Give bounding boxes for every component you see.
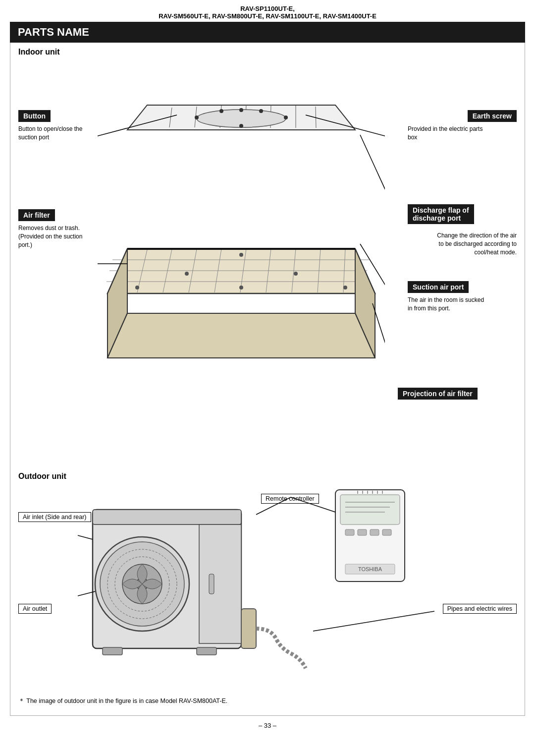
svg-point-10: [219, 109, 223, 113]
svg-point-35: [343, 286, 347, 290]
dischflap-box: Discharge flap of discharge port: [408, 204, 474, 224]
airfilter-box: Air filter: [18, 209, 55, 221]
svg-point-13: [284, 116, 288, 119]
airoutlet-label: Air outlet: [18, 604, 52, 614]
indoor-svg: [98, 90, 385, 452]
earthscrew-box: Earth screw: [468, 110, 517, 122]
suction-label: Suction air port: [408, 281, 517, 293]
svg-rect-45: [93, 510, 241, 524]
dischflap-desc: Change the direction of the air to be di…: [408, 232, 517, 256]
page-number: – 33 –: [0, 722, 535, 729]
svg-rect-55: [197, 647, 216, 655]
main-content: Indoor unit Button Button to open/close …: [10, 43, 525, 716]
svg-rect-53: [209, 574, 214, 594]
svg-rect-52: [199, 524, 241, 643]
outdoor-section: Outdoor unit Remote controller Air inlet…: [18, 472, 517, 705]
svg-rect-62: [345, 529, 354, 535]
svg-line-75: [256, 497, 291, 515]
earthscrew-label: Earth screw: [408, 110, 517, 122]
pipes-label: Pipes and electric wires: [443, 604, 517, 614]
button-desc: Button to open/close the suction port: [18, 125, 93, 142]
svg-line-76: [78, 520, 93, 539]
projection-box: Projection of air filter: [398, 388, 478, 400]
svg-point-9: [195, 116, 199, 119]
outdoor-diagram: Remote controller Air inlet (Side and re…: [18, 485, 517, 693]
indoor-svg-container: [98, 90, 385, 452]
indoor-title: Indoor unit: [18, 48, 517, 57]
earthscrew-desc: Provided in the electric parts box: [408, 125, 517, 142]
airfilter-desc: Removes dust or trash. (Provided on the …: [18, 224, 95, 249]
air-filter-panel: [107, 249, 375, 358]
svg-rect-65: [382, 529, 391, 535]
svg-point-32: [185, 272, 189, 276]
svg-point-14: [239, 124, 243, 128]
suction-box: Suction air port: [408, 281, 469, 293]
cassette-top-unit: [127, 105, 355, 130]
footnote: ＊ The image of outdoor unit in the figur…: [18, 697, 517, 705]
outdoor-title: Outdoor unit: [18, 472, 517, 481]
indoor-section: Indoor unit Button Button to open/close …: [18, 48, 517, 467]
svg-line-41: [360, 135, 385, 254]
airfilter-label: Air filter: [18, 209, 55, 221]
svg-point-12: [259, 109, 263, 113]
svg-marker-30: [107, 313, 375, 358]
header-line2: RAV-SM560UT-E, RAV-SM800UT-E, RAV-SM1100…: [0, 12, 535, 20]
projection-label: Projection of air filter: [398, 388, 517, 400]
page-header: RAV-SP1100UT-E, RAV-SM560UT-E, RAV-SM800…: [0, 0, 535, 22]
indoor-diagram: Button Button to open/close the suction …: [18, 60, 517, 467]
airoutlet-box: Air outlet: [18, 604, 52, 614]
header-line1: RAV-SP1100UT-E,: [0, 5, 535, 12]
svg-rect-58: [340, 495, 400, 524]
page-title: PARTS NAME: [10, 22, 525, 43]
svg-line-78: [313, 611, 434, 631]
svg-line-74: [291, 497, 335, 512]
button-label: Button: [18, 110, 51, 122]
svg-point-31: [239, 253, 243, 257]
dischflap-label: Discharge flap of discharge port: [408, 204, 517, 224]
svg-rect-63: [358, 529, 367, 535]
svg-rect-64: [370, 529, 379, 535]
button-box: Button: [18, 110, 51, 122]
suction-desc: The air in the room is sucked in from th…: [408, 296, 517, 313]
svg-rect-56: [241, 609, 256, 648]
svg-text:TOSHIBA: TOSHIBA: [358, 566, 382, 572]
svg-rect-54: [103, 647, 122, 655]
svg-point-36: [135, 286, 139, 290]
svg-point-33: [294, 272, 298, 276]
outdoor-svg: TOSHIBA: [78, 485, 434, 683]
svg-point-34: [239, 286, 243, 290]
svg-point-11: [239, 108, 243, 112]
pipes-box: Pipes and electric wires: [443, 604, 517, 614]
